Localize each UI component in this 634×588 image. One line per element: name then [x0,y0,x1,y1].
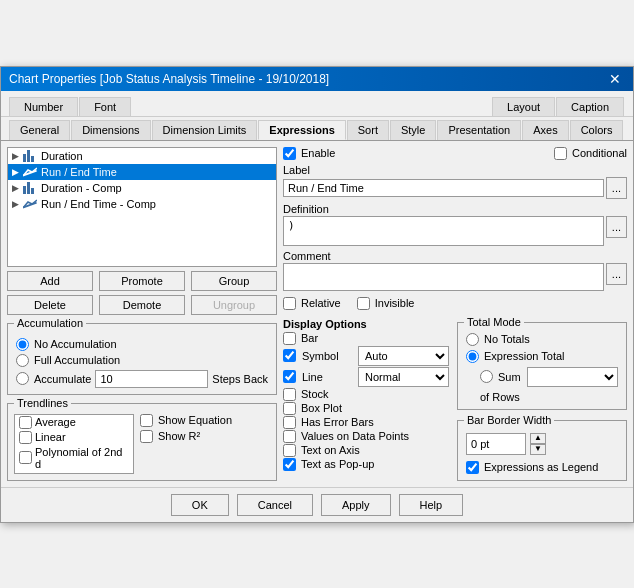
tab-layout[interactable]: Layout [492,97,555,116]
stepper-up-button[interactable]: ▲ [530,433,546,444]
cancel-button[interactable]: Cancel [237,494,313,516]
text-on-axis-checkbox[interactable] [283,444,296,457]
bar-label[interactable]: Bar [283,332,449,345]
definition-dots-button[interactable]: ... [606,216,627,238]
conditional-checkbox[interactable] [554,147,567,160]
tab-dimension-limits[interactable]: Dimension Limits [152,120,258,140]
tab-expressions[interactable]: Expressions [258,120,345,140]
tab-colors[interactable]: Colors [570,120,624,140]
tab-font[interactable]: Font [79,97,131,116]
bar-checkbox[interactable] [283,332,296,345]
show-equation-checkbox[interactable] [140,414,153,427]
accumulate-radio[interactable] [16,372,29,385]
display-options-title: Display Options [283,318,449,330]
box-plot-label[interactable]: Box Plot [283,402,449,415]
bottom-buttons-row: OK Cancel Apply Help [1,487,633,522]
expr-item-duration[interactable]: ▶ Duration [8,148,276,164]
invisible-label[interactable]: Invisible [357,297,415,310]
tab-axes[interactable]: Axes [522,120,568,140]
symbol-select[interactable]: Auto [358,346,449,366]
comment-dots-button[interactable]: ... [606,263,627,285]
trend-item-linear[interactable]: Linear [15,430,133,445]
stock-checkbox[interactable] [283,388,296,401]
stepper-down-button[interactable]: ▼ [530,444,546,455]
sum-radio-label[interactable]: Sum [480,370,521,383]
ok-button[interactable]: OK [171,494,229,516]
text-as-popup-checkbox[interactable] [283,458,296,471]
values-on-data-points-checkbox[interactable] [283,430,296,443]
trend-average-label: Average [35,416,76,428]
expression-list[interactable]: ▶ Duration ▶ Run / End Time ▶ Dur [7,147,277,267]
symbol-label: Symbol [302,350,352,362]
no-totals-radio[interactable] [466,333,479,346]
expr-item-run-end-time[interactable]: ▶ Run / End Time [8,164,276,180]
show-r2-checkbox[interactable] [140,430,153,443]
trend-polynomial-checkbox[interactable] [19,451,32,464]
expression-total-radio-label[interactable]: Expression Total [466,350,618,363]
box-plot-checkbox[interactable] [283,402,296,415]
symbol-checkbox[interactable] [283,349,296,362]
trend-average-checkbox[interactable] [19,416,32,429]
tab-sort[interactable]: Sort [347,120,389,140]
relative-label[interactable]: Relative [283,297,341,310]
full-accumulation-radio[interactable] [16,354,29,367]
tab-number[interactable]: Number [9,97,78,116]
trendlines-inner: Average Linear Polynomial of 2nd d [14,414,270,474]
tab-style[interactable]: Style [390,120,436,140]
line-checkbox[interactable] [283,370,296,383]
expand-icon-3: ▶ [12,199,19,209]
has-error-bars-checkbox[interactable] [283,416,296,429]
bar-border-input[interactable] [466,433,526,455]
has-error-bars-label[interactable]: Has Error Bars [283,416,449,429]
accumulate-steps-input[interactable] [95,370,208,388]
show-r2-label[interactable]: Show R² [140,430,232,443]
enable-label[interactable]: Enable [283,147,335,160]
tab-general[interactable]: General [9,120,70,140]
promote-button[interactable]: Promote [99,271,185,291]
full-accumulation-radio-label[interactable]: Full Accumulation [16,354,268,367]
content-area: ▶ Duration ▶ Run / End Time ▶ Dur [1,141,633,487]
text-on-axis-label[interactable]: Text on Axis [283,444,449,457]
tab-dimensions[interactable]: Dimensions [71,120,150,140]
trend-item-average[interactable]: Average [15,415,133,430]
group-button[interactable]: Group [191,271,277,291]
demote-button[interactable]: Demote [99,295,185,315]
trend-linear-checkbox[interactable] [19,431,32,444]
no-accumulation-radio-label[interactable]: No Accumulation [16,338,268,351]
trendlines-list[interactable]: Average Linear Polynomial of 2nd d [14,414,134,474]
accumulate-radio-label[interactable]: Accumulate [16,372,91,385]
apply-button[interactable]: Apply [321,494,391,516]
values-on-data-points-label[interactable]: Values on Data Points [283,430,449,443]
expr-item-run-end-time-comp[interactable]: ▶ Run / End Time - Comp [8,196,276,212]
conditional-label[interactable]: Conditional [554,147,627,160]
line-select[interactable]: Normal [358,367,449,387]
show-equation-label[interactable]: Show Equation [140,414,232,427]
enable-checkbox[interactable] [283,147,296,160]
stock-label[interactable]: Stock [283,388,449,401]
expr-item-duration-comp[interactable]: ▶ Duration - Comp [8,180,276,196]
no-accumulation-radio[interactable] [16,338,29,351]
expand-icon-1: ▶ [12,167,19,177]
expressions-as-legend-label[interactable]: Expressions as Legend [466,461,618,474]
expression-total-radio[interactable] [466,350,479,363]
upper-tabs: Number Font Layout Caption [1,91,633,117]
help-button[interactable]: Help [399,494,464,516]
label-input[interactable] [283,179,604,197]
comment-input[interactable] [283,263,604,291]
sum-radio[interactable] [480,370,493,383]
tab-presentation[interactable]: Presentation [437,120,521,140]
delete-button[interactable]: Delete [7,295,93,315]
close-button[interactable]: ✕ [605,71,625,87]
tab-caption[interactable]: Caption [556,97,624,116]
add-button[interactable]: Add [7,271,93,291]
ungroup-button[interactable]: Ungroup [191,295,277,315]
definition-input[interactable]: ) [283,216,604,246]
invisible-checkbox[interactable] [357,297,370,310]
text-as-popup-label[interactable]: Text as Pop-up [283,458,449,471]
label-dots-button[interactable]: ... [606,177,627,199]
trend-item-polynomial[interactable]: Polynomial of 2nd d [15,445,133,471]
relative-checkbox[interactable] [283,297,296,310]
no-totals-radio-label[interactable]: No Totals [466,333,618,346]
expressions-as-legend-checkbox[interactable] [466,461,479,474]
sum-select[interactable] [527,367,618,387]
